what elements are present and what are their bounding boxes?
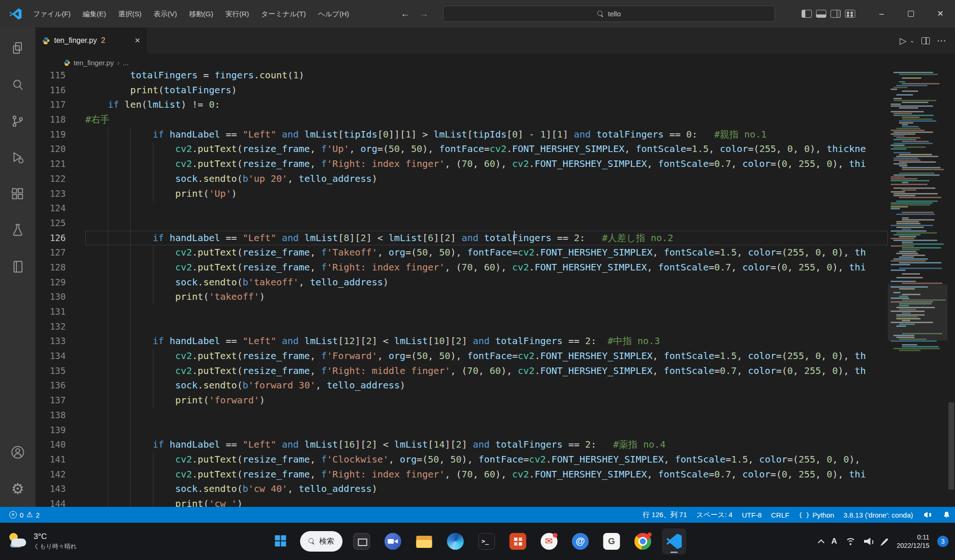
at-mail-icon[interactable] (568, 528, 593, 554)
line-number[interactable]: 123 (35, 187, 85, 201)
code-line-116[interactable]: 116 print(totalFingers) (35, 83, 888, 98)
line-number[interactable]: 132 (35, 319, 85, 334)
weather-widget[interactable]: 3°C くもり時々晴れ (7, 523, 76, 560)
code-line-118[interactable]: 118#右手 (35, 112, 888, 127)
window-app-icon[interactable] (350, 528, 374, 554)
office-icon[interactable] (506, 528, 530, 554)
line-number[interactable]: 116 (35, 83, 85, 98)
run-dropdown-icon[interactable]: ⌄ (910, 37, 914, 44)
line-number[interactable]: 126 (35, 231, 85, 246)
command-center-search[interactable]: tello (443, 6, 775, 22)
ime-mode-indicator[interactable]: A (831, 537, 837, 546)
pen-icon[interactable] (882, 538, 888, 545)
breadcrumb-file[interactable]: ten_finger.py (74, 59, 114, 67)
menu-item[interactable]: ファイル(F) (27, 0, 77, 28)
code-line-143[interactable]: 143 sock.sendto(b'cw 40', tello_address) (35, 482, 888, 497)
code-line-119[interactable]: 119 if handLabel == "Left" and lmList[ti… (35, 127, 888, 142)
line-number[interactable]: 119 (35, 127, 85, 142)
code-line-139[interactable]: 139 (35, 423, 888, 438)
code-line-130[interactable]: 130 print('takeoff') (35, 290, 888, 304)
python-interpreter[interactable]: 3.8.13 ('drone': conda) (839, 511, 918, 519)
toggle-sidebar-icon[interactable] (802, 10, 812, 18)
edge-icon[interactable] (443, 528, 468, 554)
encoding[interactable]: UTF-8 (737, 511, 767, 519)
line-number[interactable]: 135 (35, 364, 85, 379)
video-call-icon[interactable] (381, 528, 405, 554)
cursor-position[interactable]: 行 126、列 71 (638, 511, 692, 519)
line-number[interactable]: 137 (35, 393, 85, 408)
code-line-115[interactable]: 115 totalFingers = fingers.count(1) (35, 72, 888, 83)
notebook-icon[interactable] (0, 249, 35, 285)
chrome-icon[interactable] (631, 528, 655, 554)
feedback[interactable] (918, 512, 938, 518)
tab-close-icon[interactable]: ✕ (134, 36, 140, 45)
code-line-124[interactable]: 124 (35, 201, 888, 216)
close-button[interactable]: ✕ (926, 0, 955, 28)
google-app-icon[interactable] (600, 528, 624, 554)
line-number[interactable]: 124 (35, 201, 85, 216)
code-editor[interactable]: 115 totalFingers = fingers.count(1)116 p… (35, 72, 955, 507)
vertical-scrollbar[interactable] (948, 72, 955, 507)
run-python-file-icon[interactable]: ▷ (900, 35, 907, 46)
clock[interactable]: 0:11 2022/12/15 (897, 533, 929, 550)
code-line-133[interactable]: 133 if handLabel == "Left" and lmList[12… (35, 334, 888, 349)
scrollbar-thumb[interactable] (948, 402, 954, 490)
code-line-132[interactable]: 132 (35, 319, 888, 334)
line-number[interactable]: 133 (35, 334, 85, 349)
code-line-122[interactable]: 122 sock.sendto(b'up 20', tello_address) (35, 172, 888, 187)
code-line-121[interactable]: 121 cv2.putText(resize_frame, f'Right: i… (35, 157, 888, 172)
code-line-137[interactable]: 137 print('forward') (35, 393, 888, 408)
search-icon[interactable] (0, 67, 35, 103)
line-number[interactable]: 121 (35, 157, 85, 172)
menu-item[interactable]: 編集(E) (77, 0, 112, 28)
code-line-117[interactable]: 117 if len(lmList) != 0: (35, 97, 888, 112)
notification-count-badge[interactable]: 3 (937, 536, 948, 547)
eol-sequence[interactable]: CRLF (766, 511, 794, 519)
code-line-126[interactable]: 126 if handLabel == "Left" and lmList[8]… (35, 231, 888, 246)
line-number[interactable]: 144 (35, 497, 85, 507)
start-button[interactable] (269, 528, 293, 554)
code-line-140[interactable]: 140 if handLabel == "Left" and lmList[16… (35, 437, 888, 452)
line-number[interactable]: 122 (35, 172, 85, 187)
menu-item[interactable]: 表示(V) (148, 0, 183, 28)
source-control-icon[interactable] (0, 103, 35, 139)
code-line-135[interactable]: 135 cv2.putText(resize_frame, f'Right: m… (35, 364, 888, 379)
code-line-138[interactable]: 138 (35, 408, 888, 423)
code-line-144[interactable]: 144 print('cw ') (35, 497, 888, 507)
code-line-128[interactable]: 128 cv2.putText(resize_frame, f'Right: i… (35, 260, 888, 275)
wifi-icon[interactable] (845, 537, 856, 546)
line-number[interactable]: 139 (35, 423, 85, 438)
minimize-button[interactable]: – (867, 0, 896, 28)
volume-icon[interactable] (864, 538, 873, 546)
line-number[interactable]: 120 (35, 142, 85, 157)
maximize-button[interactable] (896, 0, 926, 28)
menu-item[interactable]: 実行(R) (219, 0, 255, 28)
line-number[interactable]: 117 (35, 97, 85, 112)
indentation[interactable]: スペース: 4 (692, 511, 737, 519)
line-number[interactable]: 128 (35, 260, 85, 275)
account-icon[interactable] (0, 434, 35, 470)
customize-layout-icon[interactable] (845, 10, 855, 18)
code-line-129[interactable]: 129 sock.sendto(b'takeoff', tello_addres… (35, 275, 888, 290)
code-line-136[interactable]: 136 sock.sendto(b'forward 30', tello_add… (35, 378, 888, 393)
code-line-127[interactable]: 127 cv2.putText(resize_frame, f'Takeoff'… (35, 245, 888, 260)
menu-item[interactable]: 移動(G) (183, 0, 220, 28)
line-number[interactable]: 127 (35, 245, 85, 260)
tray-overflow-chevron-icon[interactable] (818, 539, 824, 546)
testing-icon[interactable] (0, 212, 35, 249)
notifications[interactable] (938, 511, 955, 519)
breadcrumb-more[interactable]: ... (123, 59, 129, 67)
explorer-icon[interactable] (0, 30, 35, 67)
back-arrow-icon[interactable]: ← (397, 0, 413, 28)
code-line-134[interactable]: 134 cv2.putText(resize_frame, f'Forward'… (35, 349, 888, 364)
menu-item[interactable]: ヘルプ(H) (312, 0, 355, 28)
code-line-120[interactable]: 120 cv2.putText(resize_frame, f'Up', org… (35, 142, 888, 157)
line-number[interactable]: 131 (35, 304, 85, 319)
extensions-icon[interactable] (0, 176, 35, 212)
run-and-debug-icon[interactable] (0, 139, 35, 176)
file-explorer-icon[interactable] (412, 528, 436, 554)
line-number[interactable]: 125 (35, 216, 85, 231)
code-line-142[interactable]: 142 cv2.putText(resize_frame, f'Right: i… (35, 467, 888, 482)
line-number[interactable]: 140 (35, 437, 85, 452)
menu-item[interactable]: ターミナル(T) (255, 0, 312, 28)
